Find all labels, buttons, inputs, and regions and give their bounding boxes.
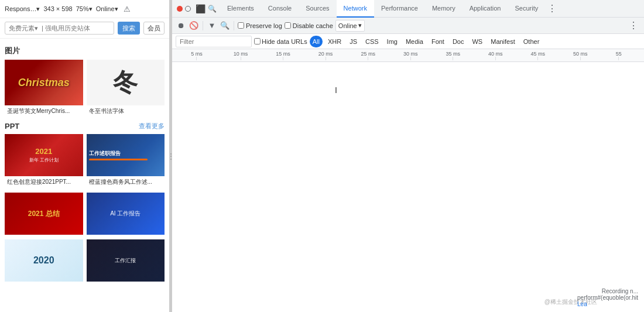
- christmas-caption: 圣诞节英文MerryChris...: [5, 105, 83, 117]
- tab-memory[interactable]: Memory: [425, 0, 463, 18]
- clear-network-button[interactable]: 🚫: [189, 20, 199, 31]
- vip-button[interactable]: 会员: [143, 22, 165, 35]
- tick-20ms: 20 ms: [318, 51, 333, 60]
- winter-image: 冬: [87, 60, 165, 105]
- filter-icon[interactable]: ▼: [207, 20, 217, 31]
- tab-bar-icon1: ⬛: [196, 4, 205, 13]
- ppt-red-subtitle: 新年 工作计划: [29, 157, 59, 163]
- christmas-text: Christmas: [18, 77, 70, 89]
- devtools-tab-bar: ⬛ 🔍 Elements Console Sources Network Per…: [172, 0, 644, 18]
- tick-15ms: 15 ms: [276, 51, 290, 60]
- tab-bar-icon2: 🔍: [208, 5, 217, 13]
- filter-other-btn[interactable]: Other: [520, 36, 543, 47]
- record-dot[interactable]: [177, 6, 183, 12]
- ppt-card-red[interactable]: 2021 新年 工作计划 红色创意迎接2021PPT...: [5, 134, 83, 188]
- ppt-red-caption: 红色创意迎接2021PPT...: [5, 176, 83, 188]
- online-dropdown[interactable]: Online ▾: [335, 20, 365, 32]
- tab-performance[interactable]: Performance: [374, 0, 425, 18]
- timeline-header: 5 ms 10 ms 15 ms 20 ms 25 ms 30 ms: [172, 49, 644, 62]
- tick-55: 55: [616, 51, 622, 60]
- top-bar: Respons…▾ 343 × 598 75%▾ Online▾ ⚠: [0, 0, 169, 18]
- search-button[interactable]: 搜索: [118, 22, 140, 35]
- network-content[interactable]: I Recording n... @稀土掘金技术社区 perform#(equo…: [172, 62, 644, 312]
- christmas-card[interactable]: Christmas 圣诞节英文MerryChris...: [5, 60, 83, 117]
- timeline-ruler: 5 ms 10 ms 15 ms 20 ms 25 ms 30 ms: [172, 49, 644, 62]
- disable-cache-label[interactable]: Disable cache: [285, 22, 333, 29]
- devtools-filter-row: Hide data URLs All XHR JS CSS Img Media …: [172, 34, 644, 49]
- more-tabs-button[interactable]: ⋮: [545, 3, 559, 14]
- ppt-card-dark[interactable]: 工作汇报: [87, 239, 165, 282]
- tick-45ms: 45 ms: [531, 51, 546, 60]
- hide-data-urls-checkbox[interactable]: [254, 38, 261, 44]
- ppt-2020-image: 2020: [5, 239, 83, 282]
- three-dot-icon[interactable]: ⋮: [626, 20, 640, 31]
- filter-all-btn[interactable]: All: [310, 36, 323, 47]
- filter-doc-btn[interactable]: Doc: [450, 36, 467, 47]
- tab-sources[interactable]: Sources: [299, 0, 336, 18]
- filter-js-btn[interactable]: JS: [347, 36, 360, 47]
- tab-console[interactable]: Console: [261, 0, 299, 18]
- preserve-log-label[interactable]: Preserve log: [238, 22, 282, 29]
- ppt-blue-bar: [89, 159, 148, 160]
- tick-5ms: 5 ms: [191, 51, 203, 60]
- hide-data-urls-label[interactable]: Hide data URLs: [254, 38, 307, 45]
- tick-40ms: 40 ms: [488, 51, 503, 60]
- ppt-blue-image: 工作述职报告: [87, 134, 165, 176]
- ppt-section-title: PPT: [5, 122, 19, 131]
- search-icon[interactable]: 🔍: [220, 20, 230, 31]
- filter-font-btn[interactable]: Font: [429, 36, 447, 47]
- search-input[interactable]: [5, 22, 114, 35]
- responsive-label[interactable]: Respons…▾: [5, 5, 40, 13]
- filter-manifest-btn[interactable]: Manifest: [488, 36, 518, 47]
- tick-50ms: 50 ms: [573, 51, 588, 60]
- tab-network[interactable]: Network: [337, 0, 374, 18]
- view-more-link[interactable]: 查看更多: [139, 122, 165, 131]
- filter-img-btn[interactable]: Img: [384, 36, 400, 47]
- devtools-icons: [174, 6, 193, 12]
- more-options-button[interactable]: ⋮: [626, 20, 640, 31]
- devtools-toolbar: ⏺ 🚫 ▼ 🔍 Preserve log Disable cache Onlin…: [172, 18, 644, 34]
- preserve-log-checkbox[interactable]: [238, 22, 244, 29]
- filter-ws-btn[interactable]: WS: [469, 36, 485, 47]
- ppt-red-year: 2021: [35, 147, 52, 156]
- dropdown-arrow-icon: ▾: [358, 22, 362, 29]
- dimensions-label: 343 × 598: [43, 5, 72, 12]
- zoom-label[interactable]: 75%▾: [76, 5, 93, 13]
- ppt-card-red2[interactable]: 2021 总结: [5, 193, 83, 235]
- filter-media-btn[interactable]: Media: [403, 36, 426, 47]
- left-panel: Respons…▾ 343 × 598 75%▾ Online▾ ⚠ 搜索 会员…: [0, 0, 170, 312]
- ppt-dark-text: 工作汇报: [115, 257, 136, 265]
- ppt-blue2-text: AI 工作报告: [110, 210, 141, 218]
- toolbar-separator-2: [234, 21, 234, 30]
- filter-input[interactable]: [176, 36, 252, 47]
- winter-card[interactable]: 冬 冬至书法字体: [87, 60, 165, 117]
- tick-35ms: 35 ms: [446, 51, 460, 60]
- tab-application[interactable]: Application: [463, 0, 508, 18]
- ppt-card-blue[interactable]: 工作述职报告 橙蓝撞色商务风工作述...: [87, 134, 165, 188]
- ppt-card-2020[interactable]: 2020: [5, 239, 83, 282]
- record-network-button[interactable]: ⏺: [176, 20, 186, 31]
- clear-icon[interactable]: [185, 6, 191, 12]
- ppt-dark-image: 工作汇报: [87, 239, 165, 282]
- tab-elements[interactable]: Elements: [220, 0, 261, 18]
- toolbar-separator-1: [203, 21, 203, 30]
- ppt-grid-row2: 2021 总结 AI 工作报告: [5, 193, 165, 235]
- ppt-grid-row3: 2020 工作汇报: [5, 239, 165, 282]
- lea-link[interactable]: perform#(equoble(or.hit Lea: [577, 294, 638, 307]
- tab-security[interactable]: Security: [508, 0, 545, 18]
- ppt-blue-caption: 橙蓝撞色商务风工作述...: [87, 176, 165, 188]
- ppt-blue2-image: AI 工作报告: [87, 193, 165, 235]
- recording-note: Recording n...: [602, 288, 638, 294]
- image-grid: Christmas 圣诞节英文MerryChris... 冬 冬至书法字体: [5, 60, 165, 117]
- online-label[interactable]: Online▾: [96, 5, 118, 13]
- winter-caption: 冬至书法字体: [87, 105, 165, 117]
- disable-cache-checkbox[interactable]: [285, 22, 291, 29]
- ppt-blue-title: 工作述职报告: [89, 150, 121, 157]
- filter-xhr-btn[interactable]: XHR: [325, 36, 344, 47]
- tick-10ms: 10 ms: [234, 51, 248, 60]
- content-area: 图片 Christmas 圣诞节英文MerryChris... 冬 冬至书法字体…: [0, 39, 169, 312]
- warning-icon[interactable]: ⚠: [122, 4, 132, 14]
- text-cursor: I: [335, 85, 337, 95]
- filter-css-btn[interactable]: CSS: [362, 36, 382, 47]
- ppt-card-blue2[interactable]: AI 工作报告: [87, 193, 165, 235]
